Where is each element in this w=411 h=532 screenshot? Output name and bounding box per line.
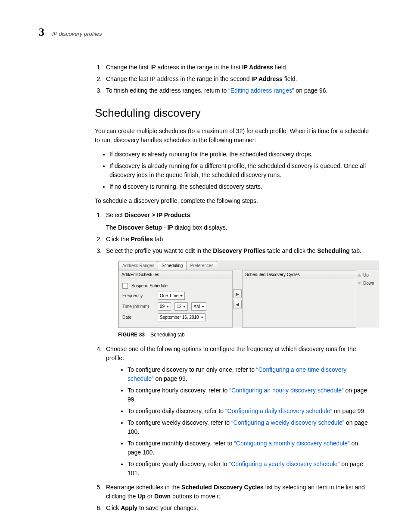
- scheduled-cycles-list[interactable]: [243, 279, 356, 326]
- list-item: If no discovery is running, the schedule…: [109, 182, 372, 191]
- link-monthly-schedule[interactable]: “Configuring a monthly discovery schedul…: [234, 440, 349, 447]
- triangle-up-icon: [357, 274, 361, 277]
- step-1: Select Discover > IP Products. The Disco…: [103, 211, 372, 232]
- procedure-list: Select Discover > IP Products. The Disco…: [95, 211, 372, 513]
- frequency-label: Frequency: [122, 292, 154, 299]
- paragraph-lead: To schedule a discovery profile, complet…: [95, 196, 372, 205]
- chevron-left-icon: ◀: [236, 301, 239, 308]
- add-edit-schedules-panel: Add/Edit Schedules Suspend Schedule Freq…: [118, 270, 233, 328]
- chapter-number: 3: [39, 26, 44, 39]
- tab-preferences[interactable]: Preferences: [186, 261, 217, 270]
- intro-step-3: To finish editing the address ranges, re…: [103, 86, 372, 95]
- link-yearly-schedule[interactable]: “Configuring a yearly discovery schedule…: [229, 460, 340, 467]
- time-hour-select[interactable]: 09: [158, 302, 171, 311]
- scheduling-figure: Address Ranges Scheduling Preferences Ad…: [118, 261, 379, 328]
- running-header: 3 IP discovery profiles: [39, 26, 372, 39]
- up-button[interactable]: Up: [357, 272, 369, 278]
- list-item: To configure yearly discovery, refer to …: [128, 460, 372, 478]
- link-editing-address-ranges[interactable]: “Editing address ranges”: [228, 87, 294, 94]
- section-heading: Scheduling discovery: [95, 105, 372, 121]
- tab-address-ranges[interactable]: Address Ranges: [118, 261, 158, 270]
- reorder-buttons: Up Down: [356, 270, 379, 328]
- transfer-buttons: ▶ ◀: [233, 270, 242, 328]
- step-4: Choose one of the following options to c…: [103, 345, 372, 478]
- figure-caption: FIGURE 33 Scheduling tab: [118, 331, 372, 339]
- step-2: Click the Profiles tab: [103, 235, 372, 244]
- time-label: Time (hh:mm): [122, 303, 154, 310]
- link-hourly-schedule[interactable]: “Configuring an hourly discovery schedul…: [229, 387, 343, 394]
- link-weekly-schedule[interactable]: “Configuring a weekly discovery schedule…: [231, 419, 344, 426]
- tab-scheduling[interactable]: Scheduling: [158, 261, 187, 270]
- chevron-down-icon: [183, 306, 186, 308]
- intro-ordered-list: Change the first IP address in the range…: [95, 63, 372, 95]
- chevron-down-icon: [166, 306, 169, 308]
- intro-step-2: Change the last IP address in the range …: [103, 75, 372, 84]
- step-5: Rearrange schedules in the Scheduled Dis…: [103, 483, 372, 501]
- step-6: Click Apply to save your changes.: [103, 504, 372, 513]
- list-item: If discovery is already running for the …: [109, 150, 372, 159]
- step-4-options: To configure discovery to run only once,…: [106, 365, 372, 478]
- date-select[interactable]: September 16, 2010: [158, 313, 206, 321]
- list-item: To configure monthly discovery, refer to…: [128, 439, 372, 457]
- behavior-list: If discovery is already running for the …: [95, 150, 372, 191]
- chevron-down-icon: [180, 295, 183, 297]
- time-ampm-select[interactable]: AM: [191, 302, 206, 311]
- chevron-down-icon: [202, 306, 204, 308]
- chevron-down-icon: [201, 317, 203, 318]
- figure-tabstrip: Address Ranges Scheduling Preferences: [118, 261, 379, 270]
- scheduled-discovery-cycles-panel: Scheduled Discovery Cycles: [242, 270, 356, 328]
- suspend-schedule-checkbox[interactable]: [122, 283, 128, 289]
- panel-header-right: Scheduled Discovery Cycles: [243, 271, 356, 279]
- move-left-button[interactable]: ◀: [233, 300, 242, 308]
- move-right-button[interactable]: ▶: [233, 289, 242, 298]
- date-label: Date: [122, 314, 154, 320]
- chevron-right-icon: ▶: [236, 291, 239, 297]
- suspend-schedule-label: Suspend Schedule: [131, 283, 168, 289]
- list-item: To configure daily discovery, refer to “…: [128, 407, 372, 416]
- down-button[interactable]: Down: [357, 280, 374, 286]
- frequency-select[interactable]: One Time: [158, 292, 185, 300]
- triangle-down-icon: [357, 282, 361, 285]
- list-item: To configure discovery to run only once,…: [128, 365, 372, 383]
- step-3: Select the profile you want to edit in t…: [103, 246, 372, 339]
- running-title: IP discovery profiles: [52, 31, 102, 37]
- list-item: If discovery is already running for a di…: [109, 162, 372, 180]
- intro-step-1: Change the first IP address in the range…: [103, 63, 372, 72]
- panel-header-left: Add/Edit Schedules: [119, 271, 232, 279]
- time-minute-select[interactable]: 12: [174, 302, 188, 311]
- list-item: To configure weekly discovery, refer to …: [128, 418, 372, 436]
- link-daily-schedule[interactable]: “Configuring a daily discovery schedule”: [225, 408, 332, 414]
- paragraph-intro: You can create multiple schedules (to a …: [95, 127, 372, 145]
- list-item: To configure hourly discovery, refer to …: [128, 386, 372, 404]
